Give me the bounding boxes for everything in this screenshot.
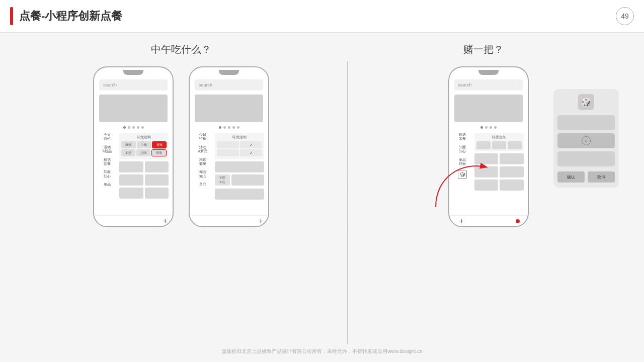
food-item-p3-4 bbox=[500, 166, 524, 177]
menu-item-today-2[interactable]: 今日特价 bbox=[194, 133, 212, 141]
food-item-p2-2 bbox=[231, 174, 264, 186]
dot bbox=[223, 126, 226, 129]
dot bbox=[132, 126, 135, 129]
dot bbox=[228, 126, 230, 129]
dot bbox=[219, 126, 221, 129]
food-item-3 bbox=[119, 174, 143, 186]
menu-item-activity[interactable]: 活动&新品 bbox=[98, 145, 116, 154]
menu-item-single-2[interactable]: 单品 bbox=[194, 183, 212, 187]
dot bbox=[137, 126, 139, 129]
phone-1-search[interactable]: search bbox=[99, 79, 168, 90]
left-phones-section: search 今日特价 活动&新品 精选套餐 知面知心 单 bbox=[20, 61, 342, 227]
phone-1-menu: 今日特价 活动&新品 精选套餐 知面知心 单品 bbox=[98, 133, 116, 213]
right-phones-section: search 精选套餐 知面知心 单品好面 🎲 bbox=[353, 61, 624, 227]
confirm-button[interactable]: 确认 bbox=[557, 171, 585, 183]
food-item-6 bbox=[145, 188, 169, 199]
add-button-1[interactable]: + bbox=[163, 217, 168, 226]
popup-actions: 确认 取消 bbox=[557, 171, 615, 183]
phone-3-bottom: + bbox=[449, 215, 528, 226]
menu-item-selected-3[interactable]: 精选套餐 bbox=[453, 133, 471, 141]
spicy-mild[interactable]: 微辣 bbox=[121, 141, 136, 148]
phone-2-search[interactable]: search bbox=[195, 79, 263, 90]
phone-1-banner bbox=[99, 95, 168, 122]
food-item-5 bbox=[119, 188, 143, 199]
weijue-card-3: 味觉定制 bbox=[474, 133, 524, 151]
phone-1-content: 味觉定制 微辣 中辣 很辣 多汤 少汤 无汤 bbox=[119, 133, 169, 213]
food-item-p2-3 bbox=[215, 189, 264, 200]
menu-item-today[interactable]: 今日特价 bbox=[98, 133, 116, 141]
phone-1-top bbox=[94, 67, 173, 77]
phone-1-search-text: search bbox=[103, 82, 117, 87]
menu-item-selected[interactable]: 精选套餐 bbox=[98, 158, 116, 166]
phone-2-top bbox=[190, 67, 268, 77]
checkbox-3[interactable] bbox=[217, 149, 239, 156]
add-button-2[interactable]: + bbox=[259, 217, 263, 226]
spicy-hot[interactable]: 很辣 bbox=[152, 141, 167, 148]
food-item-p3-2 bbox=[500, 153, 524, 164]
menu-item-selected-2[interactable]: 精选套餐 bbox=[194, 158, 212, 166]
soup-much[interactable]: 多汤 bbox=[121, 149, 135, 156]
phone-3-search-text: search bbox=[458, 82, 472, 87]
checkbox-1[interactable] bbox=[217, 141, 239, 148]
dot bbox=[485, 126, 488, 129]
phone-3-banner bbox=[454, 95, 523, 122]
menu-item-noodle[interactable]: 知面知心 bbox=[98, 170, 116, 178]
phone-3-search[interactable]: search bbox=[454, 79, 523, 90]
food-row-1 bbox=[119, 161, 169, 172]
dot bbox=[490, 126, 492, 129]
red-dot bbox=[516, 219, 520, 223]
food-row-2 bbox=[119, 174, 169, 186]
dot bbox=[123, 126, 126, 129]
spicy-medium[interactable]: 中辣 bbox=[137, 141, 151, 148]
menu-item-noodle-2[interactable]: 知面知心 bbox=[194, 170, 212, 178]
dot bbox=[494, 126, 497, 129]
weijue-title-2: 味觉定制 bbox=[217, 135, 262, 140]
weijue-row-soup: 多汤 少汤 无汤 bbox=[121, 149, 167, 156]
popup-item-selected[interactable]: ✓ bbox=[557, 133, 615, 148]
check-icon: ✓ bbox=[582, 136, 591, 145]
weijue-item-1 bbox=[476, 141, 491, 149]
phone-1-notch bbox=[123, 70, 143, 75]
popup-item-1[interactable] bbox=[557, 115, 615, 130]
food-row-3 bbox=[119, 188, 169, 199]
phone-2: search 今日特价 活动&新品 精选套餐 知面知心 单 bbox=[189, 66, 269, 227]
phone-2-dots bbox=[190, 126, 268, 129]
checkbox-4[interactable]: ✓ bbox=[240, 149, 262, 156]
popup-item-3[interactable] bbox=[557, 151, 615, 166]
red-connector-arrow bbox=[431, 152, 491, 212]
phone-2-bottom: + bbox=[190, 215, 268, 226]
phone-1-dots bbox=[94, 126, 173, 129]
checkbox-row-1: ✓ bbox=[217, 141, 262, 148]
food-item-p3-6 bbox=[500, 179, 524, 191]
dot bbox=[232, 126, 235, 129]
phone-2-menu: 今日特价 活动&新品 精选套餐 知面知心 单品 bbox=[194, 133, 212, 213]
soup-less[interactable]: 少汤 bbox=[136, 149, 150, 156]
cancel-button[interactable]: 取消 bbox=[588, 171, 615, 183]
food-item-2 bbox=[145, 161, 169, 172]
weijue-row-spicy: 微辣 中辣 很辣 bbox=[121, 141, 167, 148]
phone-3-notch bbox=[478, 70, 499, 75]
checkbox-2[interactable]: ✓ bbox=[240, 141, 262, 148]
phone-1-bottom: + bbox=[94, 215, 173, 226]
left-section-title: 中午吃什么？ bbox=[20, 43, 342, 56]
food-row-p2-3 bbox=[215, 189, 264, 200]
header: 点餐-小程序创新点餐 49 bbox=[0, 0, 644, 33]
food-item-1 bbox=[119, 161, 143, 172]
phone-3-dots bbox=[449, 126, 528, 129]
weijue-title-3: 味觉定制 bbox=[476, 135, 522, 140]
food-item-p2-1 bbox=[215, 161, 264, 172]
footer: @版权归北京上品极致产品设计有限公司所有，未经允许，不得转发或应用www.des… bbox=[20, 344, 624, 357]
header-accent bbox=[10, 7, 13, 25]
phones-row: search 今日特价 活动&新品 精选套餐 知面知心 单 bbox=[20, 61, 624, 344]
phone-1: search 今日特价 活动&新品 精选套餐 知面知心 单 bbox=[93, 66, 174, 227]
menu-item-single[interactable]: 单品 bbox=[98, 183, 116, 187]
phone-2-body: 今日特价 活动&新品 精选套餐 知面知心 单品 味觉定制 ✓ bbox=[190, 131, 268, 215]
main-content: 中午吃什么？ 赌一把？ search bbox=[0, 33, 644, 362]
section-divider bbox=[347, 61, 348, 344]
page-title: 点餐-小程序创新点餐 bbox=[19, 9, 122, 24]
add-button-3[interactable]: + bbox=[459, 217, 464, 226]
weijue-item-2 bbox=[492, 141, 506, 149]
phone-2-notch bbox=[219, 70, 239, 75]
soup-none[interactable]: 无汤 bbox=[151, 149, 167, 156]
menu-item-activity-2[interactable]: 活动&新品 bbox=[194, 145, 212, 154]
